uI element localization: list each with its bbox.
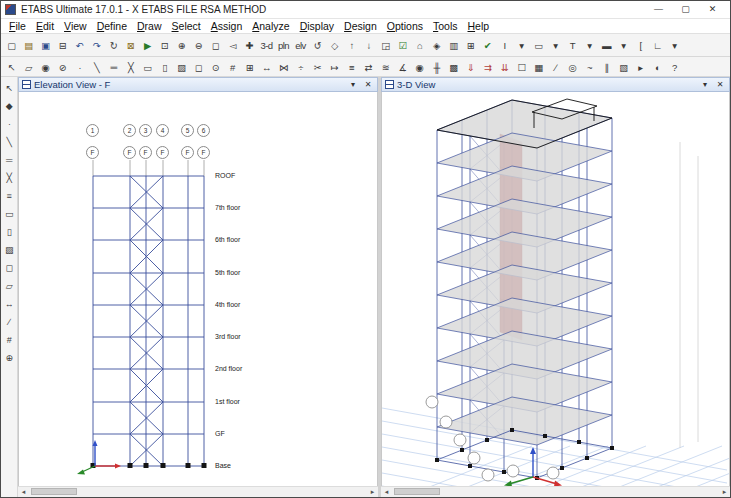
toolbar-button[interactable]: ✚	[241, 37, 258, 54]
close-button[interactable]: ✕	[699, 1, 726, 18]
toolbar-button[interactable]: ▭	[139, 59, 156, 75]
toolbar-button[interactable]: ═	[105, 59, 122, 75]
toolbar-button[interactable]: ◉	[411, 59, 428, 75]
toolbar-button[interactable]: pln	[275, 37, 292, 54]
scroll-left-icon[interactable]: ◂	[381, 487, 392, 497]
toolbar-button[interactable]: ⇊	[496, 59, 513, 75]
toolbar-button[interactable]: ✂	[309, 59, 326, 75]
toolbar-button[interactable]: ≋	[377, 59, 394, 75]
scroll-right-icon[interactable]: ▸	[367, 487, 378, 497]
draw-toolbar-button[interactable]: ↖	[2, 80, 17, 95]
menu-item[interactable]: Assign	[206, 20, 248, 32]
draw-toolbar-button[interactable]: ▱	[2, 278, 17, 293]
scroll-track[interactable]	[29, 487, 367, 497]
toolbar-button[interactable]: ≡	[343, 59, 360, 75]
menu-item[interactable]: Edit	[31, 20, 59, 32]
toolbar-button[interactable]: ↔	[258, 59, 275, 75]
draw-toolbar-button[interactable]: ◻	[2, 260, 17, 275]
draw-toolbar-button[interactable]: ▯	[2, 224, 17, 239]
toolbar-button[interactable]: ☑	[394, 37, 411, 54]
toolbar-button[interactable]: ✔	[479, 37, 496, 54]
toolbar-button[interactable]: ▨	[173, 59, 190, 75]
draw-toolbar-button[interactable]: ◆	[2, 98, 17, 113]
toolbar-button[interactable]: ∙	[71, 59, 88, 75]
toolbar-button[interactable]: ◅	[224, 37, 241, 54]
toolbar-button[interactable]: ◇	[326, 37, 343, 54]
toolbar-button[interactable]: ⇉	[479, 59, 496, 75]
panel-close-icon[interactable]: ✕	[714, 80, 726, 89]
toolbar-button[interactable]: ▾	[581, 37, 598, 54]
toolbar-button[interactable]: ⊘	[54, 59, 71, 75]
menu-item[interactable]: Analyze	[247, 20, 294, 32]
toolbar-button[interactable]: ↺	[309, 37, 326, 54]
horizontal-scrollbar[interactable]: ◂ ▸	[381, 486, 730, 497]
scroll-track[interactable]	[392, 487, 719, 497]
minimize-button[interactable]: —	[645, 1, 672, 18]
toolbar-button[interactable]: ⊕	[173, 37, 190, 54]
toolbar-button[interactable]: ▤	[20, 37, 37, 54]
menu-item[interactable]: Select	[167, 20, 206, 32]
toolbar-button[interactable]: ⇓	[462, 59, 479, 75]
scroll-right-icon[interactable]: ▸	[719, 487, 730, 497]
toolbar-button[interactable]: ▢	[3, 37, 20, 54]
toolbar-button[interactable]: ↻	[105, 37, 122, 54]
draw-toolbar-button[interactable]: ╲	[2, 134, 17, 149]
toolbar-button[interactable]: ◐	[649, 59, 666, 75]
panel-close-icon[interactable]: ✕	[362, 80, 374, 89]
toolbar-button[interactable]: ⊟	[54, 37, 71, 54]
toolbar-button[interactable]: ⊞	[462, 37, 479, 54]
draw-toolbar-button[interactable]: ≡	[2, 188, 17, 203]
toolbar-button[interactable]: ▸	[632, 59, 649, 75]
toolbar-button[interactable]: ◈	[428, 37, 445, 54]
toolbar-button[interactable]: [	[632, 37, 649, 54]
draw-toolbar-button[interactable]: ↔	[2, 296, 17, 311]
toolbar-button[interactable]: ∥	[598, 59, 615, 75]
draw-toolbar-button[interactable]: ▨	[2, 242, 17, 257]
toolbar-button[interactable]: ↑	[343, 37, 360, 54]
elevation-canvas[interactable]: 123456 FFFFFF ROOF7th floor6th floor5th …	[18, 92, 378, 486]
scroll-left-icon[interactable]: ◂	[18, 487, 29, 497]
toolbar-button[interactable]: ╳	[122, 59, 139, 75]
toolbar-button[interactable]: ↖	[3, 59, 20, 75]
toolbar-button[interactable]: ▱	[20, 59, 37, 75]
toolbar-button[interactable]: ↦	[326, 59, 343, 75]
menu-item[interactable]: Define	[92, 20, 132, 32]
toolbar-button[interactable]: ÷	[292, 59, 309, 75]
toolbar-button[interactable]: ⊡	[156, 37, 173, 54]
menu-item[interactable]: Tools	[428, 20, 463, 32]
elevation-view-header[interactable]: Elevation View - F ▾ ✕	[18, 77, 378, 92]
toolbar-button[interactable]: ▦	[530, 59, 547, 75]
toolbar-button[interactable]: ╫	[428, 59, 445, 75]
menu-item[interactable]: File	[4, 20, 31, 32]
toolbar-button[interactable]: ⊠	[122, 37, 139, 54]
menu-item[interactable]: Options	[382, 20, 428, 32]
toolbar-button[interactable]: ▾	[615, 37, 632, 54]
menu-item[interactable]: Design	[339, 20, 382, 32]
toolbar-button[interactable]: ∡	[394, 59, 411, 75]
menu-item[interactable]: Display	[295, 20, 339, 32]
panel-menu-icon[interactable]: ▾	[347, 80, 359, 89]
toolbar-button[interactable]: #	[224, 59, 241, 75]
draw-toolbar-button[interactable]: ═	[2, 152, 17, 167]
toolbar-button[interactable]: ~	[581, 59, 598, 75]
toolbar-button[interactable]: ▭	[530, 37, 547, 54]
toolbar-button[interactable]: ▧	[615, 59, 632, 75]
toolbar-button[interactable]: ∕	[547, 59, 564, 75]
menu-item[interactable]: Help	[463, 20, 495, 32]
toolbar-button[interactable]: ▬	[598, 37, 615, 54]
toolbar-button[interactable]: ◲	[377, 37, 394, 54]
menu-item[interactable]: Draw	[132, 20, 167, 32]
toolbar-button[interactable]: ▩	[445, 59, 462, 75]
3d-view-header[interactable]: 3-D View ▾ ✕	[381, 77, 730, 92]
horizontal-scrollbar[interactable]: ◂ ▸	[18, 486, 378, 497]
draw-toolbar-button[interactable]: #	[2, 332, 17, 347]
toolbar-button[interactable]: ◻	[207, 37, 224, 54]
maximize-button[interactable]: ▢	[672, 1, 699, 18]
toolbar-button[interactable]: ◻	[190, 59, 207, 75]
draw-toolbar-button[interactable]: ▭	[2, 206, 17, 221]
toolbar-button[interactable]: elv	[292, 37, 309, 54]
toolbar-button[interactable]: ▶	[139, 37, 156, 54]
toolbar-button[interactable]: ▯	[156, 59, 173, 75]
toolbar-button[interactable]: ▾	[513, 37, 530, 54]
menu-item[interactable]: View	[59, 20, 92, 32]
